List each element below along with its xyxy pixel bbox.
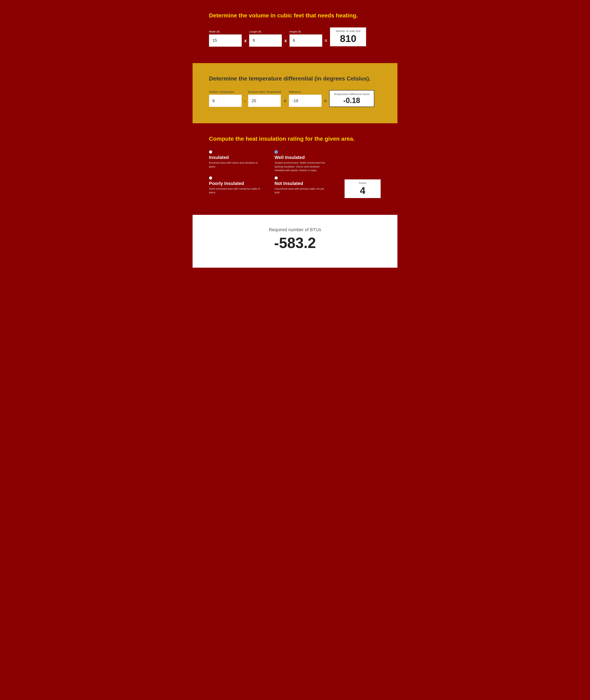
cubic-feet-value: 810 <box>334 33 362 44</box>
equals-operator-3: = <box>324 98 327 107</box>
length-input[interactable] <box>249 34 282 47</box>
width-label: Width (ft) <box>209 30 242 33</box>
radio-well-insulated[interactable] <box>275 150 278 153</box>
equals-operator-1: = <box>325 38 327 47</box>
height-group: Height (ft) <box>289 30 322 47</box>
radio-desc-not-insulated: Uncovered area with primary walls not ye… <box>275 187 328 194</box>
outdoor-temp-input[interactable] <box>209 95 242 107</box>
radio-desc-insulated: Enclosed area with doors and windows in … <box>209 161 262 168</box>
outdoor-label: Outdoor Temperature <box>209 90 242 93</box>
option-poorly-insulated: Poorly Insulated Semi-enclosed area with… <box>209 176 262 194</box>
indoor-label: Desired Indoor Temperature <box>248 90 281 93</box>
radio-insulated[interactable] <box>209 150 212 153</box>
difference-input[interactable] <box>289 95 322 107</box>
radio-row-insulated <box>209 150 262 153</box>
width-input[interactable] <box>209 34 242 47</box>
width-group: Width (ft) <box>209 30 242 47</box>
section2-title: Determine the temperature differential (… <box>209 75 381 82</box>
temp-factor-label: Temperature Difference Factor <box>334 93 370 96</box>
section1-title: Determine the volume in cubic feet that … <box>209 12 381 19</box>
radio-title-not-insulated: Not Insulated <box>275 181 328 186</box>
factor-result-box: Factor 4 <box>344 179 381 199</box>
length-label: Length (ft) <box>249 30 282 33</box>
temp-factor-value: -0.18 <box>334 97 370 105</box>
insulation-options-grid: Insulated Enclosed area with doors and w… <box>209 150 328 194</box>
radio-row-well-insulated <box>275 150 328 153</box>
equals-operator-2: = <box>284 98 286 107</box>
radio-not-insulated[interactable] <box>275 176 278 180</box>
volume-calc-row: Width (ft) x Length (ft) x Height (ft) =… <box>209 27 381 47</box>
radio-poorly-insulated[interactable] <box>209 176 212 180</box>
radio-row-not-insulated <box>275 176 328 180</box>
radio-title-insulated: Insulated <box>209 155 262 160</box>
option-insulated: Insulated Enclosed area with doors and w… <box>209 150 262 172</box>
btu-value: -583.2 <box>209 234 381 251</box>
multiply-operator-2: x <box>284 38 287 47</box>
length-group: Length (ft) <box>249 30 282 47</box>
minus-operator: - <box>244 98 245 107</box>
section3-title: Compute the heat insulation rating for t… <box>209 136 381 142</box>
radio-title-well-insulated: Well Insulated <box>275 155 328 160</box>
factor-value: 4 <box>349 185 377 196</box>
section-volume: Determine the volume in cubic feet that … <box>193 0 397 63</box>
factor-label: Factor <box>349 182 377 185</box>
radio-row-poorly-insulated <box>209 176 262 180</box>
multiply-operator-1: x <box>244 38 247 47</box>
difference-label: Difference <box>289 90 322 93</box>
option-not-insulated: Not Insulated Uncovered area with primar… <box>275 176 328 194</box>
btu-label: Required number of BTUs <box>209 227 381 232</box>
cubic-feet-label: Number of cubic feet <box>334 29 362 32</box>
height-input[interactable] <box>289 34 322 47</box>
option-well-insulated: Well Insulated Sealed environment. Walls… <box>275 150 328 172</box>
radio-desc-well-insulated: Sealed environment. Walls constructed bu… <box>275 161 328 172</box>
section-btu: Required number of BTUs -583.2 <box>193 215 397 268</box>
cubic-feet-result-box: Number of cubic feet 810 <box>330 27 367 47</box>
indoor-temp-input[interactable] <box>248 95 281 107</box>
temp-factor-result-box: Temperature Difference Factor -0.18 <box>329 90 374 107</box>
indoor-temp-group: Desired Indoor Temperature <box>248 90 281 107</box>
section-temperature: Determine the temperature differential (… <box>193 63 397 123</box>
radio-title-poorly-insulated: Poorly Insulated <box>209 181 262 186</box>
outdoor-temp-group: Outdoor Temperature <box>209 90 242 107</box>
height-label: Height (ft) <box>289 30 322 33</box>
radio-desc-poorly-insulated: Semi-enclosed area with numerous walls i… <box>209 187 262 194</box>
insulation-layout: Insulated Enclosed area with doors and w… <box>209 150 381 199</box>
section-insulation: Compute the heat insulation rating for t… <box>193 123 397 215</box>
difference-group: Difference <box>289 90 322 107</box>
temp-calc-row: Outdoor Temperature - Desired Indoor Tem… <box>209 90 381 107</box>
